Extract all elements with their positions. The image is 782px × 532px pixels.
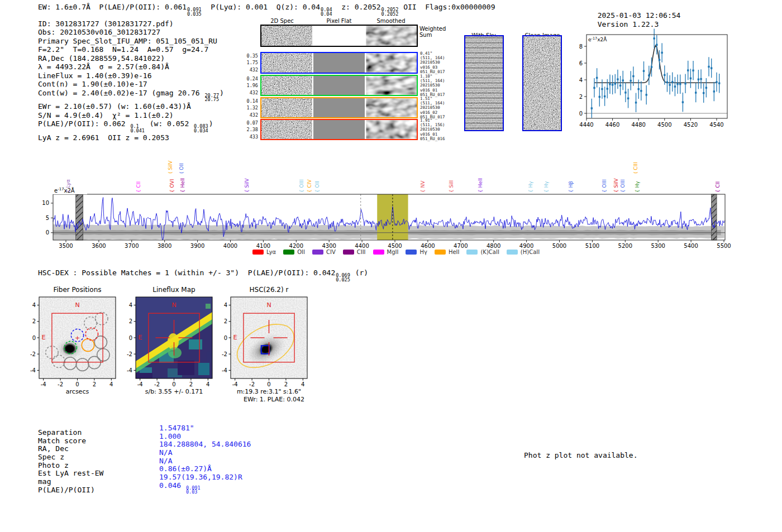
stacked-fraction: 0.0690.025	[336, 274, 350, 282]
data-point	[664, 74, 665, 76]
info-line: λ = 4493.22Å σ = 2.57(±0.84)Å	[38, 63, 224, 71]
2d-spec-row	[260, 75, 418, 96]
smoothed-cell	[366, 26, 417, 46]
match-table-label: Photo z	[38, 462, 103, 470]
x-tick-label: 4	[109, 381, 113, 387]
svg-text:{ Hγ: { Hγ	[528, 181, 533, 193]
y-tick-label: 0	[129, 335, 132, 341]
x-tick-label: 4480	[631, 122, 645, 128]
x-tick-label: 4540	[709, 122, 723, 128]
data-point	[632, 75, 634, 77]
row-fiber-labels: 1.91" (511, 156) 20210530 v016_01 051_RU…	[420, 118, 445, 141]
lineflux-patch	[189, 339, 202, 349]
col-header-pixelflat: Pixel Flat	[327, 18, 352, 24]
lineflux-patch	[178, 361, 194, 375]
x-tick-label: 5200	[618, 243, 632, 249]
info-line: EWr = 2.10(±0.57) (w: 1.60(±0.43))Å	[38, 102, 224, 111]
spectral-line-label: { Hγ	[635, 181, 640, 193]
x-tick-label: 0	[75, 381, 79, 387]
cutout-image-1: NE	[136, 297, 212, 378]
data-point	[713, 90, 715, 92]
clean-image	[522, 35, 562, 131]
col-header-2dspec: 2D Spec	[270, 18, 294, 24]
data-point	[612, 84, 613, 85]
data-point	[705, 87, 707, 89]
info-line: F=2.2" T=0.168 N=1.24 A=0.57 g=24.7	[38, 45, 224, 54]
north-label: N	[171, 301, 176, 309]
row-weight-labels: 0.14 1.32 432	[244, 98, 258, 118]
legend-label: (H)CaII	[521, 249, 540, 255]
y-tick-label: 2	[579, 94, 583, 100]
legend-swatch	[435, 250, 446, 255]
data-point	[718, 82, 720, 84]
legend-label: MgII	[387, 249, 399, 255]
data-point	[708, 66, 709, 68]
match-table-label: Est LyA rest-EW	[38, 469, 103, 478]
x-tick-label: 0	[267, 381, 270, 387]
cutout-panels: +NE-4-4-2-2002244Fiber PositionsarcsecsN…	[22, 285, 346, 408]
cutout-image-0: +NE	[39, 297, 116, 378]
data-point	[684, 83, 686, 84]
report-datetime: 2025-01-03 12:06:54	[598, 11, 681, 20]
unit-label: e-17x2Å	[54, 187, 75, 194]
x-tick-label: 4400	[355, 243, 369, 249]
data-point	[666, 82, 668, 83]
data-point	[622, 79, 624, 81]
legend-item: (K)CaII	[466, 249, 499, 255]
legend-swatch	[373, 250, 384, 255]
y-tick-label: 10	[42, 200, 49, 206]
data-point	[601, 88, 603, 90]
smoothed-cell	[366, 120, 417, 139]
x-tick-label: 5300	[651, 243, 665, 249]
row-fiber-labels: 1.51" (511, 164) 20210530 v016_02 051_RU…	[420, 97, 445, 119]
spectral-line-label: { SiIV	[244, 178, 250, 193]
x-tick-label: 4460	[605, 122, 619, 128]
y-tick-label: 4	[579, 77, 583, 83]
x-tick-label: -2	[154, 381, 160, 387]
x-tick-label: -2	[249, 381, 255, 387]
svg-text:{ HeII: { HeII	[478, 178, 483, 193]
legend-item: (H)CaII	[507, 249, 540, 255]
spectral-line-label: { HeII	[180, 178, 185, 193]
match-table-labels: SeparationMatch scoreRA, DecSpec zPhoto …	[38, 429, 103, 494]
x-tick-label: 5000	[552, 243, 566, 249]
x-tick-label: -4	[232, 381, 238, 387]
x-tick-label: 3700	[125, 243, 139, 249]
legend-swatch	[406, 250, 417, 255]
y-tick-label: 0	[579, 111, 583, 117]
info-line: Obs: 20210530v016_3012831727	[38, 28, 224, 36]
sky-stripes	[465, 36, 503, 130]
x-tick-label: 4900	[519, 243, 533, 249]
spectral-line-label: { SiIV	[613, 178, 619, 193]
line-fit-inset-chart: 44404460448045004520454002468e-17x2Å	[570, 22, 782, 134]
data-point	[661, 52, 662, 54]
stacked-fraction: 0.0910.035	[187, 8, 202, 17]
spectral-line-label: ( SiIV	[168, 160, 173, 174]
legend-item: Lyα	[252, 249, 276, 255]
x-tick-label: -2	[58, 381, 63, 387]
y-tick-label: 2	[224, 318, 227, 324]
spectral-line-label: { Hγ	[543, 181, 549, 193]
svg-text:( OII: ( OII	[179, 163, 184, 174]
data-point	[692, 70, 694, 71]
svg-text:{ CIV: { CIV	[307, 179, 312, 193]
x-tick-label: 2	[93, 381, 96, 387]
svg-text:( CIII: ( CIII	[633, 162, 638, 174]
svg-text:( SiIV: ( SiIV	[168, 160, 173, 174]
info-line: ID: 3012831727 (3012831727.pdf)	[38, 20, 224, 28]
row-weight-labels: 0.35 1.75 432	[244, 52, 258, 73]
legend-label: OII	[297, 249, 305, 255]
y-tick-label: -2	[127, 351, 132, 357]
east-label: E	[42, 334, 46, 341]
2d-spec-cell	[261, 76, 312, 95]
svg-text:{ Hβ: { Hβ	[568, 181, 574, 193]
photz-note: Phot z plot not available.	[524, 451, 638, 459]
data-point	[711, 67, 712, 69]
stacked-fraction: 0.040.04	[321, 8, 332, 17]
data-point	[591, 107, 593, 109]
data-point	[656, 44, 657, 46]
2d-spec-cell	[261, 53, 312, 73]
weighted-sum-label: Weighted Sum	[419, 26, 446, 38]
weighted-sum-strip	[260, 25, 418, 47]
data-point	[682, 101, 684, 103]
